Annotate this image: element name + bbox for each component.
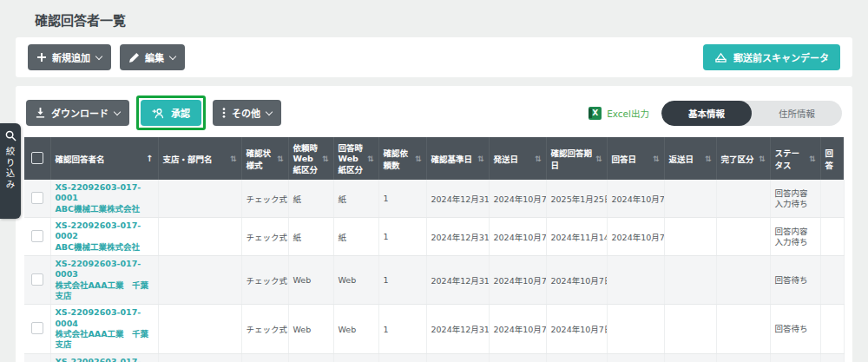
column-header-8[interactable]: 確認回答期日⇅ [546,137,607,180]
respondent-name-link[interactable]: ABC機械工業株式会社 [56,204,154,214]
sort-asc-icon[interactable]: ↑ [146,154,153,163]
edit-label: 編集 [145,50,164,64]
sort-icon[interactable]: ⇅ [653,155,660,163]
sort-icon[interactable]: ⇅ [230,155,237,163]
respondent-id-link[interactable]: XS-22092603-017-0004 [56,307,154,329]
chevron-down-icon [114,108,121,115]
column-header-label: 確認回答者名 [56,153,105,165]
select-all-checkbox[interactable] [31,152,43,164]
column-header-0[interactable]: 確認回答者名↑ [50,137,158,180]
excel-export-label: Excel出力 [607,107,649,120]
column-header-label: 回答時 Web紙区分 [339,142,365,175]
sort-icon[interactable]: ⇅ [322,155,329,163]
sort-icon[interactable]: ⇅ [277,155,284,163]
toggle-basic-info[interactable]: 基本情報 [661,101,752,126]
cell-request-count: 1 [378,180,426,218]
cell-complete-type [716,305,770,353]
respondent-name-link[interactable]: 株式会社AAA工業 千葉支店 [56,329,154,351]
cell-request-media: 紙 [288,218,333,256]
sort-icon[interactable]: ⇅ [595,155,602,163]
column-header-11[interactable]: 完了区分⇅ [716,137,770,180]
cell-respondent-name: XS-22092603-017-0004株式会社AAA工業 千葉支店 [50,305,158,353]
cell-status: 回答待ち [770,353,820,362]
cell-answer-date: 2024年10月7日 [607,180,664,218]
other-menu-button[interactable]: その他 [213,100,281,126]
sort-icon[interactable]: ⇅ [535,155,542,163]
cell-checkbox [24,218,50,256]
dots-vertical-icon [222,108,226,118]
edit-button[interactable]: 編集 [120,44,185,70]
cell-request-count: 1 [378,353,426,362]
sort-icon[interactable]: ⇅ [759,155,766,163]
filter-tab[interactable]: 絞り込み [0,123,21,219]
row-checkbox[interactable] [31,192,43,204]
top-toolbar: 新規追加 編集 郵送前スキャンデータ [16,37,852,77]
chevron-down-icon [266,108,273,115]
cell-complete-type [716,218,770,256]
sort-icon[interactable]: ⇅ [415,155,422,163]
column-header-4[interactable]: 回答時 Web紙区分⇅ [333,137,378,180]
pre-mail-scan-button[interactable]: 郵送前スキャンデータ [703,44,840,70]
column-header-6[interactable]: 確認基準日⇅ [426,137,489,180]
sort-icon[interactable]: ⇅ [809,155,816,163]
cell-checkbox [24,256,50,305]
cell-format: チェック式 [241,353,288,362]
respondent-id-link[interactable]: XS-22092603-017-0002 [56,220,154,242]
column-header-label: 返送日 [669,153,694,165]
cell-request-count: 1 [378,218,426,256]
respondent-id-link[interactable]: XS-22092603-017-0005 [56,357,154,362]
add-new-button[interactable]: 新規追加 [28,44,111,70]
respondent-name-link[interactable]: ABC機械工業株式会社 [56,242,154,253]
page-root: 確認回答者一覧 新規追加 編集 郵送前スキャンデータ [0,0,868,362]
respondent-name-link[interactable]: 株式会社AAA工業 千葉支店 [56,280,154,302]
column-header-label: 確認状様式 [247,147,275,171]
chevron-down-icon [95,52,102,59]
approve-annotation-box: 承認 [136,95,206,130]
cell-sent-date: 2024年10月7日 [489,180,546,218]
column-header-9[interactable]: 回答日⇅ [607,137,664,180]
column-header-7[interactable]: 発送日⇅ [489,137,546,180]
top-toolbar-left: 新規追加 編集 [28,44,185,70]
approve-button[interactable]: 承認 [141,100,201,126]
sort-icon[interactable]: ⇅ [367,155,374,163]
column-header-label: 確認基準日 [431,153,473,165]
approve-user-icon [152,108,165,119]
cell-request-media: Web [288,353,333,362]
column-header-5[interactable]: 確認依頼数⇅ [378,137,426,180]
column-header-10[interactable]: 返送日⇅ [664,137,716,180]
respondent-id-link[interactable]: XS-22092603-017-0001 [56,182,154,204]
row-checkbox[interactable] [31,322,43,334]
column-header-label: 発送日 [494,153,519,165]
row-checkbox[interactable] [31,273,43,286]
sort-icon[interactable]: ⇅ [705,155,712,163]
column-header-label: 依頼時 Web紙区分 [293,142,320,175]
cell-answer-date [607,256,664,305]
cell-status: 回答待ち [770,256,820,305]
scanner-icon [714,52,727,63]
plus-icon [37,53,46,62]
cell-request-count: 1 [378,305,426,353]
toggle-address-info[interactable]: 住所情報 [752,101,842,126]
cell-answer-date [607,305,664,353]
cell-request-count: 1 [378,256,426,305]
cell-status: 回答待ち [770,305,820,353]
sort-icon[interactable]: ⇅ [477,155,484,163]
column-header-1[interactable]: 支店・部門名⇅ [158,137,241,180]
cell-branch [158,256,241,305]
search-icon [5,130,16,142]
excel-export-button[interactable]: X Excel出力 [589,107,649,120]
column-header-label: 回答日 [612,153,637,165]
row-checkbox[interactable] [31,230,43,242]
respondent-id-link[interactable]: XS-22092603-017-0003 [56,259,154,280]
cell-base-date: 2024年12月31日 [426,305,489,353]
cell-answer-media: Web [333,353,378,362]
column-header-2[interactable]: 確認状様式⇅ [241,137,288,180]
cell-branch [158,180,241,218]
column-header-12[interactable]: ステータス⇅ [770,137,820,180]
download-button[interactable]: ダウンロード [26,100,129,126]
table-header: 確認回答者名↑支店・部門名⇅確認状様式⇅依頼時 Web紙区分⇅回答時 Web紙区… [24,137,844,180]
column-header-3[interactable]: 依頼時 Web紙区分⇅ [288,137,333,180]
cell-respondent-name: XS-22092603-017-0005株式会社AAA工業 千葉支店 [50,353,158,362]
other-menu-label: その他 [232,106,260,120]
cell-return-date [664,256,716,305]
